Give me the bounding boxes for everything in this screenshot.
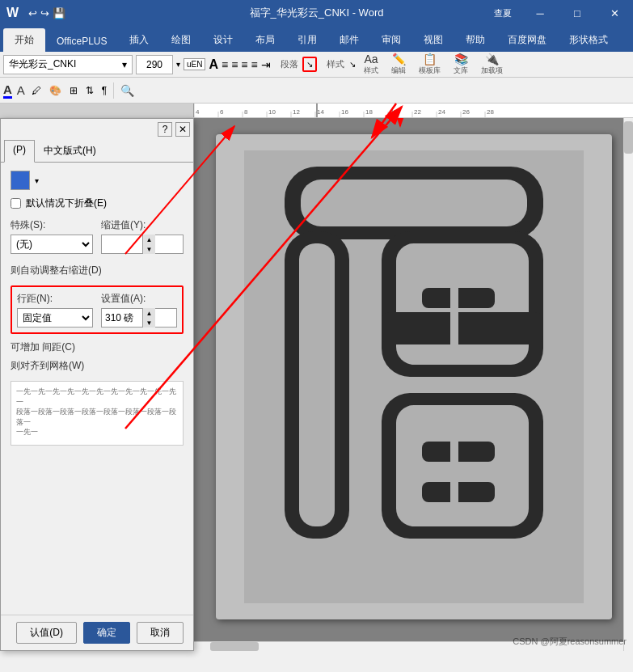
ruler-tick-area: 4 6 8 10 12 14 16 18 20 bbox=[194, 104, 633, 117]
setvalue-up-button[interactable]: ▲ bbox=[142, 308, 155, 318]
linespace-select[interactable]: 固定值 bbox=[17, 308, 93, 328]
default-button[interactable]: 认值(D) bbox=[16, 622, 77, 644]
font-size-dropdown-icon[interactable]: ▾ bbox=[176, 60, 180, 69]
cancel-button[interactable]: 取消 bbox=[137, 622, 184, 644]
indent-section: 特殊(S): (无) 缩进值(Y): ▲ ▼ bbox=[11, 218, 184, 254]
close-button[interactable]: ✕ bbox=[596, 0, 633, 26]
svg-rect-33 bbox=[382, 312, 543, 344]
text-highlight-btn[interactable]: 🖊 bbox=[30, 83, 43, 98]
redo-icon[interactable]: ↪ bbox=[40, 7, 49, 19]
dialog-tab-chinese[interactable]: 中文版式(H) bbox=[35, 140, 105, 162]
fu-character-svg bbox=[244, 150, 584, 603]
default-collapse-label: 默认情况下折叠(E) bbox=[26, 197, 107, 210]
main-area: ? ✕ (P) 中文版式(H) ▾ 默认情况下折叠(E) 特殊(S): bbox=[0, 118, 633, 651]
library-button[interactable]: 📚 文库 bbox=[449, 51, 473, 78]
user-name: 查夏 bbox=[484, 7, 521, 19]
vertical-scrollbar[interactable] bbox=[623, 118, 633, 651]
tab-design[interactable]: 设计 bbox=[202, 28, 244, 52]
tab-officeplus[interactable]: OfficePLUS bbox=[45, 31, 118, 52]
doc-page bbox=[216, 134, 612, 619]
border-btn[interactable]: ⊞ bbox=[68, 83, 79, 98]
undo-icon[interactable]: ↩ bbox=[28, 7, 37, 19]
app-title: 福字_华光彩云_CNKI - Word bbox=[250, 6, 384, 20]
svg-rect-40 bbox=[450, 405, 458, 514]
setvalue-field: 设置值(A): ▲ ▼ bbox=[101, 292, 177, 328]
dialog-footer: 认值(D) 确定 取消 bbox=[1, 615, 193, 650]
indent-value-input[interactable] bbox=[102, 239, 142, 250]
font-color-a[interactable]: A bbox=[3, 82, 12, 99]
tab-home[interactable]: 开始 bbox=[3, 28, 45, 52]
svg-text:10: 10 bbox=[268, 108, 276, 116]
scroll-thumb[interactable] bbox=[624, 121, 633, 154]
tab-shape-format[interactable]: 形状格式 bbox=[558, 28, 619, 52]
maximize-button[interactable]: □ bbox=[559, 0, 596, 26]
tab-help[interactable]: 帮助 bbox=[454, 28, 496, 52]
indent-up-button[interactable]: ▲ bbox=[142, 235, 155, 244]
add-spacing-link[interactable]: 可增加 间距(C) bbox=[11, 340, 184, 354]
indent-down-button[interactable]: ▼ bbox=[142, 244, 155, 254]
preview-text: 一先一先一先一先一先一先一先一先一先一先一先一 段落一段落一段落一段落一段落一段… bbox=[16, 387, 178, 437]
edit-button[interactable]: ✏️ 编辑 bbox=[386, 51, 411, 78]
linespace-label: 行距(N): bbox=[17, 292, 93, 306]
add-spacing-link-container: 可增加 间距(C) bbox=[11, 340, 184, 354]
ruler-left-margin bbox=[0, 104, 194, 117]
default-collapse-checkbox[interactable] bbox=[11, 198, 21, 209]
styles-expand-icon: ↘ bbox=[349, 60, 356, 69]
tab-references[interactable]: 引用 bbox=[286, 28, 328, 52]
align-right-icon[interactable]: ≡ bbox=[241, 58, 247, 71]
auto-indent-link[interactable]: 则自动调整右缩进(D) bbox=[11, 264, 184, 277]
para-shade-btn[interactable]: 🎨 bbox=[48, 83, 63, 98]
paragraph-group-label: 段落 bbox=[281, 59, 298, 69]
show-hide-btn[interactable]: ¶ bbox=[100, 83, 108, 98]
dialog-tab-p[interactable]: (P) bbox=[4, 140, 35, 163]
setvalue-spinner-buttons: ▲ ▼ bbox=[142, 308, 155, 328]
color-swatch-row: ▾ bbox=[11, 171, 184, 190]
uEN-btn[interactable]: uEN bbox=[184, 58, 205, 70]
search-btn[interactable]: 🔍 bbox=[119, 82, 136, 99]
font-name-selector[interactable]: 华光彩云_CNKI ▾ bbox=[3, 55, 133, 74]
watermark: CSDN @阿夏reasonsummer bbox=[513, 636, 627, 648]
template-library-button[interactable]: 📋 模板库 bbox=[414, 51, 445, 78]
justify-icon[interactable]: ≡ bbox=[251, 58, 258, 71]
tab-insert[interactable]: 插入 bbox=[118, 28, 160, 52]
h-scroll-thumb[interactable] bbox=[210, 642, 259, 651]
color-dropdown-icon[interactable]: ▾ bbox=[35, 176, 39, 185]
tab-baidu-disk[interactable]: 百度网盘 bbox=[496, 28, 558, 52]
tab-layout[interactable]: 布局 bbox=[244, 28, 286, 52]
addon-button[interactable]: 🔌 加载项 bbox=[476, 51, 508, 78]
font-row: 华光彩云_CNKI ▾ 290 ▾ uEN A ≡ ≡ ≡ ≡ ⇥ 段落 ↘ 样… bbox=[0, 52, 633, 78]
tab-review[interactable]: 审阅 bbox=[370, 28, 412, 52]
indent-value-field: 缩进值(Y): ▲ ▼ bbox=[101, 218, 184, 254]
ruler-scale: 4 6 8 10 12 14 16 18 20 bbox=[194, 104, 633, 117]
ok-button[interactable]: 确定 bbox=[83, 622, 130, 644]
dialog-body: ▾ 默认情况下折叠(E) 特殊(S): (无) 缩进值(Y): bbox=[1, 163, 193, 615]
tab-draw[interactable]: 绘图 bbox=[160, 28, 202, 52]
paragraph-dialog-launcher[interactable]: ↘ bbox=[302, 57, 317, 72]
tab-view[interactable]: 视图 bbox=[412, 28, 454, 52]
save-icon[interactable]: 💾 bbox=[53, 7, 65, 19]
setvalue-input[interactable] bbox=[102, 312, 142, 323]
indent-value-label: 缩进值(Y): bbox=[101, 218, 184, 232]
dialog-close-button[interactable]: ✕ bbox=[175, 122, 190, 137]
indent-icon[interactable]: ⇥ bbox=[261, 58, 271, 71]
dialog-help-button[interactable]: ? bbox=[158, 122, 172, 137]
font-highlight-a[interactable]: A bbox=[17, 83, 25, 97]
indent-spinner-buttons: ▲ ▼ bbox=[142, 235, 155, 254]
sort-btn[interactable]: ⇅ bbox=[84, 83, 95, 98]
title-bar-controls: 查夏 ─ □ ✕ bbox=[484, 0, 633, 26]
ruler-center-marker bbox=[316, 104, 318, 118]
font-large-a[interactable]: A bbox=[209, 57, 218, 72]
styles-button[interactable]: Aa 样式 bbox=[359, 51, 383, 78]
tab-mailings[interactable]: 邮件 bbox=[328, 28, 370, 52]
grid-align-link[interactable]: 则对齐到网格(W) bbox=[11, 359, 184, 373]
special-select[interactable]: (无) bbox=[11, 235, 93, 254]
font-size-input[interactable]: 290 bbox=[136, 55, 173, 74]
preview-line-3: 一先一 bbox=[16, 427, 178, 437]
toolbar-row2: A A 🖊 🎨 ⊞ ⇅ ¶ 🔍 bbox=[0, 78, 633, 104]
dialog-titlebar: ? ✕ bbox=[1, 119, 193, 140]
align-left-icon[interactable]: ≡ bbox=[222, 58, 228, 71]
align-center-icon[interactable]: ≡ bbox=[231, 58, 238, 71]
minimize-button[interactable]: ─ bbox=[521, 0, 559, 26]
setvalue-down-button[interactable]: ▼ bbox=[142, 318, 155, 328]
svg-rect-28 bbox=[301, 180, 527, 226]
